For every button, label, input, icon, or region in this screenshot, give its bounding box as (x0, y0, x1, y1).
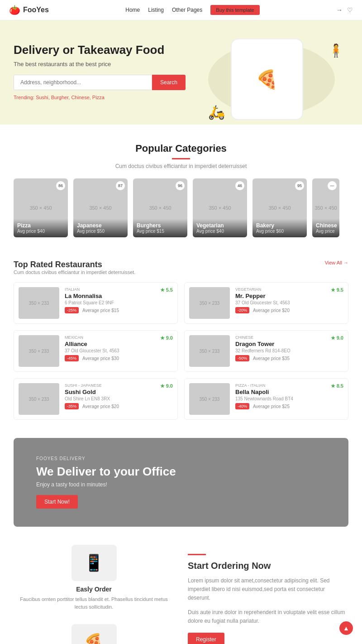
restaurant-meta: -45% Average price $30 (65, 355, 173, 361)
restaurant-card[interactable]: 350 × 233 Mexican Alliance 37 Old Glouce… (14, 330, 178, 372)
category-badge: 95 (295, 181, 304, 190)
features-desc2: Duis aute irure dolor in reprehenderit i… (188, 608, 348, 625)
restaurant-image: 350 × 233 (19, 287, 59, 319)
restaurant-info: Pizza - Italian Bella Napoli 135 Newtown… (235, 383, 343, 415)
feature-item-easly-order: 📱 Easly Order Faucibus ornten porttitor … (14, 545, 174, 610)
categories-arrow-button[interactable]: → (345, 178, 348, 237)
hero-illustration: 🍕 🛵 🧍 (195, 34, 348, 125)
category-name: Chinese (316, 222, 336, 229)
banner-title: We Deliver to your Office (36, 465, 326, 479)
restaurant-address: 37 Old Gloucester St, 4563 (235, 300, 290, 305)
restaurant-rating: ★ 9.0 (160, 383, 173, 389)
banner-sub: FOOYES DELIVERY (36, 456, 326, 461)
start-now-button[interactable]: Start Now! (36, 495, 78, 509)
category-card-japanese[interactable]: 350 × 450 87 Japanese Avg price $50 (73, 178, 128, 237)
restaurant-name: Bella Napoli (235, 389, 293, 395)
restaurant-image: 350 × 233 (19, 383, 59, 415)
category-avg-price: Avg price $15 (137, 229, 184, 234)
restaurant-card[interactable]: 350 × 233 Chinese Dragon Tower 32 Redfer… (184, 330, 348, 372)
category-info: Bakery Avg price $60 (252, 219, 307, 237)
category-card-vegetarian[interactable]: 350 × 450 46 Vegetarian Avg price $40 (193, 178, 247, 237)
feature-icon: 🍕 (71, 624, 117, 644)
features-right-title: Start Ordering Now (188, 561, 348, 571)
category-card-bakery[interactable]: 350 × 450 95 Bakery Avg price $60 (252, 178, 307, 237)
restaurant-type: Vegetarian (235, 287, 290, 292)
restaurant-info: Chinese Dragon Tower 32 Redferners Rd 81… (235, 335, 343, 367)
nav-buy-template[interactable]: Buy this template (210, 5, 259, 15)
heart-icon[interactable]: ♡ (347, 6, 353, 14)
restaurant-address: 6 Patriot Square E2 9NF (65, 300, 114, 305)
top-rated-title-block: Top Rated Restaurants Cum doctus civibus… (14, 260, 135, 275)
hero-subtitle: The best restaurants at the best price (14, 61, 186, 67)
discount-badge: -50% (235, 355, 249, 361)
category-card-burghers[interactable]: 350 × 450 96 Burghers Avg price $15 (133, 178, 187, 237)
restaurant-type: Sushi - Japanese (65, 383, 110, 388)
category-name: Pizza (17, 222, 64, 229)
scroll-to-top-button[interactable]: ▲ (339, 621, 353, 635)
features-section: 📱 Easly Order Faucibus ornten porttitor … (0, 527, 362, 644)
categories-grid: 350 × 450 86 Pizza Avg price $40 350 × 4… (14, 178, 348, 237)
nav-links: Home Listing Other Pages Buy this templa… (125, 5, 259, 15)
title-underline (172, 158, 190, 159)
feature-icon: 📱 (71, 545, 117, 581)
category-avg-price: Avg price $50 (77, 229, 124, 234)
restaurant-name: Mr. Pepper (235, 293, 290, 299)
restaurant-meta: -20% Average price $20 (235, 307, 343, 313)
logo[interactable]: 🍅 FooYes (9, 5, 49, 15)
nav-listing[interactable]: Listing (148, 7, 164, 13)
discount-badge: -25% (65, 307, 79, 313)
trending: Trending: Sushi, Burgher, Chinese, Pizza (14, 95, 186, 100)
top-rated-section: Top Rated Restaurants Cum doctus civibus… (0, 255, 362, 438)
restaurant-image: 350 × 233 (189, 287, 230, 319)
avg-price: Average price $20 (253, 308, 290, 313)
restaurant-address: 37 Old Gloucester St, 4563 (65, 348, 119, 353)
restaurant-name: Sushi Gold (65, 389, 110, 395)
category-info: Japanese Avg price $50 (73, 219, 128, 237)
login-icon[interactable]: → (336, 6, 343, 14)
features-right: Start Ordering Now Lorem ipsum dolor sit… (188, 545, 348, 644)
categories-title: Popular Categories (14, 143, 348, 154)
features-underline (188, 554, 206, 555)
discount-badge: -35% (65, 403, 79, 409)
restaurant-image: 350 × 233 (189, 335, 230, 367)
search-bar: Search (14, 75, 186, 90)
discount-badge: -20% (235, 307, 249, 313)
category-card-chinese[interactable]: 350 × 450 — Chinese Avg price (312, 178, 339, 237)
register-button[interactable]: Register (188, 633, 224, 644)
restaurant-name: La Monnalisa (65, 293, 114, 299)
category-info: Chinese Avg price (312, 219, 339, 237)
restaurant-card[interactable]: 350 × 233 Sushi - Japanese Sushi Gold Ol… (14, 378, 178, 420)
search-button[interactable]: Search (152, 75, 186, 90)
category-name: Burghers (137, 222, 184, 229)
popular-categories-section: Popular Categories Cum doctus civibus ef… (0, 125, 362, 255)
restaurant-meta: -40% Average price $25 (235, 403, 343, 409)
categories-subtitle: Cum doctus civibus efficiantur in imperd… (14, 163, 348, 169)
trending-label: Trending: (14, 95, 34, 100)
restaurant-type: Mexican (65, 335, 119, 340)
restaurant-card[interactable]: 350 × 233 Pizza - Italian Bella Napoli 1… (184, 378, 348, 420)
avg-price: Average price $25 (253, 404, 290, 409)
banner-desc: Enjoy a tasty food in minutes! (36, 481, 326, 488)
category-avg-price: Avg price $40 (196, 229, 243, 234)
restaurant-rating: ★ 9.0 (160, 335, 173, 341)
restaurant-type: Pizza - Italian (235, 383, 293, 388)
category-card-pizza[interactable]: 350 × 450 86 Pizza Avg price $40 (14, 178, 68, 237)
category-info: Vegetarian Avg price $40 (193, 219, 247, 237)
restaurant-image: 350 × 233 (19, 335, 59, 367)
category-name: Vegetarian (196, 222, 243, 229)
search-input[interactable] (14, 75, 152, 90)
hero-title: Delivery or Takeaway Food (14, 43, 186, 57)
nav-other-pages[interactable]: Other Pages (172, 7, 202, 13)
category-badge: 86 (56, 181, 65, 190)
top-rated-subtitle: Cum doctus civibus efficiantur in imperd… (14, 269, 135, 275)
restaurant-rating: ★ 9.5 (331, 287, 343, 293)
restaurant-card[interactable]: 350 × 233 Italian La Monnalisa 6 Patriot… (14, 282, 178, 324)
category-avg-price: Avg price $60 (256, 229, 303, 234)
top-rated-header: Top Rated Restaurants Cum doctus civibus… (14, 260, 348, 275)
category-name: Japanese (77, 222, 124, 229)
restaurant-card[interactable]: 350 × 233 Vegetarian Mr. Pepper 37 Old G… (184, 282, 348, 324)
restaurants-grid: 350 × 233 Italian La Monnalisa 6 Patriot… (14, 282, 348, 420)
category-info: Pizza Avg price $40 (14, 219, 68, 237)
view-all-link[interactable]: View All → (325, 260, 348, 265)
nav-home[interactable]: Home (125, 7, 140, 13)
